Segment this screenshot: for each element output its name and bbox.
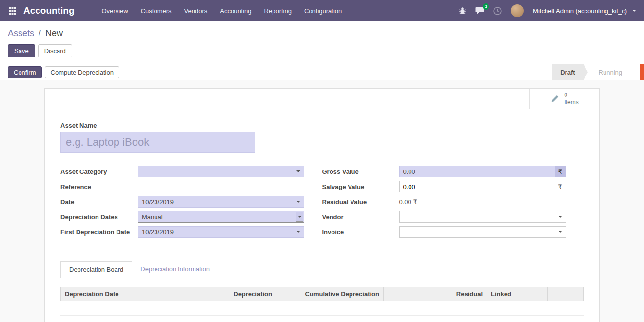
salvage-value-input[interactable]: ₹ — [399, 181, 566, 192]
items-stat-button[interactable]: 0 Items — [529, 89, 599, 109]
asset-category-label: Asset Category — [60, 168, 138, 175]
compute-depreciation-button[interactable]: Compute Depreciation — [45, 66, 119, 78]
menu-vendors[interactable]: Vendors — [184, 7, 208, 15]
chevron-down-icon — [296, 231, 300, 233]
chevron-down-icon — [558, 216, 562, 218]
bug-icon[interactable] — [459, 7, 466, 15]
invoice-select[interactable] — [399, 226, 566, 238]
menu-configuration[interactable]: Configuration — [304, 7, 342, 15]
gross-value-label: Gross Value — [322, 168, 399, 175]
top-menu: Overview Customers Vendors Accounting Re… — [102, 7, 342, 15]
vendor-label: Vendor — [322, 213, 399, 221]
asset-name-input[interactable] — [60, 132, 255, 153]
gross-value-input[interactable]: 0.00 ₹ — [399, 166, 566, 177]
depreciation-dates-label: Depreciation Dates — [60, 213, 138, 221]
menu-overview[interactable]: Overview — [102, 7, 128, 15]
menu-accounting[interactable]: Accounting — [220, 7, 251, 15]
pencil-icon — [550, 95, 559, 103]
first-depreciation-date-select[interactable]: 10/23/2019 — [138, 226, 304, 238]
table-header: Depreciation Date Depreciation Cumulativ… — [60, 287, 584, 301]
menu-reporting[interactable]: Reporting — [264, 7, 292, 15]
residual-value: 0.00 ₹ — [399, 196, 566, 208]
asset-name-label: Asset Name — [60, 122, 584, 129]
salvage-value-label: Salvage Value — [322, 183, 399, 190]
reference-input[interactable] — [138, 181, 304, 192]
currency-symbol: ₹ — [555, 166, 566, 177]
save-button[interactable]: Save — [8, 44, 35, 57]
tab-depreciation-board[interactable]: Depreciation Board — [60, 261, 132, 278]
form-sheet: 0 Items Asset Name Asset Category Refere… — [44, 88, 600, 322]
messages-badge: 3 — [483, 3, 489, 10]
user-menu-caret-icon — [632, 10, 636, 12]
status-widget: Draft Running — [552, 64, 630, 80]
user-avatar[interactable] — [511, 4, 524, 17]
currency-symbol: ₹ — [558, 183, 565, 190]
group-separator — [365, 166, 365, 235]
col-linked[interactable]: Linked — [487, 287, 548, 301]
depreciation-dates-select[interactable]: Manual — [138, 211, 304, 223]
activities-clock-icon[interactable] — [493, 7, 502, 15]
table-row — [60, 316, 584, 322]
tab-depreciation-information[interactable]: Depreciation Information — [132, 261, 218, 278]
residual-value-label: Residual Value — [322, 198, 399, 206]
app-name[interactable]: Accounting — [23, 5, 75, 16]
statusbar: Confirm Compute Depreciation Draft Runni… — [0, 64, 644, 80]
status-draft[interactable]: Draft — [552, 64, 583, 80]
notebook-tabs: Depreciation Board Depreciation Informat… — [60, 261, 584, 278]
reference-label: Reference — [60, 183, 138, 190]
date-label: Date — [60, 198, 138, 206]
col-empty — [548, 287, 584, 301]
depreciation-board-table: Depreciation Date Depreciation Cumulativ… — [60, 287, 584, 322]
vendor-select[interactable] — [399, 211, 566, 223]
chevron-down-icon — [296, 201, 300, 203]
breadcrumb-current: New — [45, 28, 63, 38]
items-count: 0 — [564, 92, 578, 98]
chevron-down-icon — [558, 231, 562, 233]
confirm-button[interactable]: Confirm — [8, 66, 42, 78]
apps-grid-icon[interactable] — [8, 6, 17, 15]
messages-icon[interactable]: 3 — [475, 7, 484, 15]
col-depreciation-date[interactable]: Depreciation Date — [61, 287, 163, 301]
form-view-background: 0 Items Asset Name Asset Category Refere… — [0, 80, 644, 322]
breadcrumb: Assets / New — [0, 21, 644, 40]
col-depreciation[interactable]: Depreciation — [163, 287, 276, 301]
dropdown-arrow-icon — [296, 212, 303, 222]
breadcrumb-separator: / — [39, 28, 41, 38]
table-row — [60, 301, 584, 316]
items-label: Items — [564, 99, 578, 106]
first-depreciation-date-label: First Depreciation Date — [60, 228, 138, 236]
top-navbar: Accounting Overview Customers Vendors Ac… — [0, 0, 644, 21]
breadcrumb-assets[interactable]: Assets — [8, 28, 34, 38]
control-panel-buttons: Save Discard — [0, 40, 644, 64]
date-select[interactable]: 10/23/2019 — [138, 196, 304, 208]
discard-button[interactable]: Discard — [38, 44, 72, 57]
menu-customers[interactable]: Customers — [141, 7, 172, 15]
invoice-label: Invoice — [322, 228, 399, 236]
col-residual[interactable]: Residual — [384, 287, 487, 301]
status-running[interactable]: Running — [590, 64, 630, 80]
chevron-down-icon — [296, 170, 300, 172]
col-cumulative-depreciation[interactable]: Cumulative Depreciation — [276, 287, 384, 301]
orange-strip — [640, 64, 644, 80]
asset-category-select[interactable] — [138, 166, 304, 177]
user-menu[interactable]: Mitchell Admin (accounting_kit_c) — [533, 7, 627, 15]
